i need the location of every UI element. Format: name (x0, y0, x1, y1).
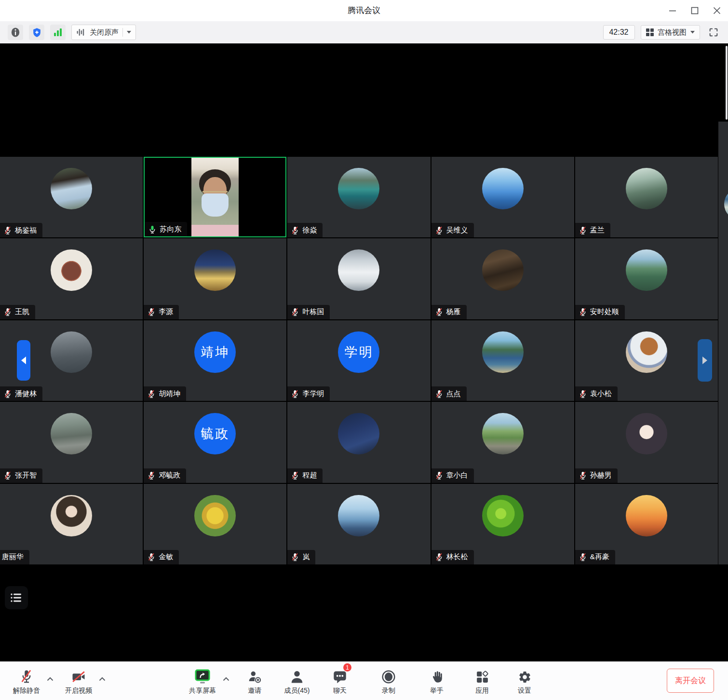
photo-avatar (626, 413, 667, 454)
name-tag: 岚 (287, 550, 315, 564)
participant-name: 程超 (302, 471, 317, 480)
name-tag: 孙赫男 (575, 468, 618, 483)
name-tag: 袁小松 (575, 386, 618, 401)
close-icon (713, 7, 721, 14)
mic-muted-icon (147, 552, 156, 562)
photo-avatar (51, 168, 92, 209)
participant-tile[interactable]: 点点 (431, 320, 574, 401)
participant-tile[interactable]: 孙赫男 (575, 402, 718, 482)
name-tag: 章小白 (431, 468, 474, 483)
participant-tile[interactable]: 李源 (144, 238, 286, 319)
meeting-info-button[interactable] (8, 25, 23, 40)
participant-tile[interactable]: 唐丽华 (0, 484, 143, 564)
photo-avatar (338, 168, 379, 209)
window-title: 腾讯会议 (0, 0, 728, 21)
close-button[interactable] (706, 0, 728, 21)
participant-name: 杨鉴福 (15, 226, 37, 235)
name-tag: 杨雁 (431, 305, 467, 319)
next-page-arrow[interactable] (698, 339, 712, 382)
mic-muted-icon (579, 307, 587, 316)
participant-name: 叶栋国 (302, 307, 324, 316)
chat-button[interactable]: 1 聊天 (321, 667, 359, 695)
mic-muted-icon (435, 471, 444, 480)
chevron-down-icon[interactable] (127, 31, 131, 34)
participant-tile[interactable]: 吴维义 (431, 157, 574, 237)
participant-name: 金敏 (159, 552, 173, 562)
participant-tile[interactable]: &再豪 (575, 484, 718, 564)
window-controls (661, 0, 728, 21)
participant-tile[interactable]: 杨雁 (431, 238, 574, 319)
fullscreen-button[interactable] (706, 25, 721, 40)
mic-muted-icon (579, 226, 587, 235)
photo-avatar (338, 249, 379, 291)
participant-tile[interactable]: 金敏 (144, 484, 286, 564)
unmute-button[interactable]: 解除静音 (7, 667, 46, 695)
record-label: 录制 (382, 686, 395, 695)
participant-tile[interactable]: 毓政 邓毓政 (144, 402, 286, 482)
participant-name: 孟兰 (590, 226, 605, 235)
unmute-label: 解除静音 (13, 686, 40, 695)
members-label: 成员(45) (284, 686, 310, 695)
photo-avatar (51, 495, 92, 536)
chat-icon (333, 670, 347, 684)
photo-avatar (482, 413, 524, 454)
start-video-button[interactable]: 开启视频 (59, 667, 98, 695)
invite-button[interactable]: 邀请 (235, 667, 274, 695)
name-tag: 苏向东 (145, 222, 187, 236)
audio-options-caret[interactable] (47, 674, 54, 683)
share-screen-button[interactable]: 共享屏幕 (183, 667, 222, 695)
participant-tile[interactable]: 徐焱 (287, 157, 430, 237)
mic-muted-icon (435, 552, 444, 562)
top-toolbar: 关闭原声 42:32 宫格视图 (0, 21, 728, 43)
signal-bars-icon (53, 27, 63, 37)
participant-tile[interactable]: 程超 (287, 402, 430, 482)
apps-button[interactable]: 应用 (463, 667, 501, 695)
participant-tile[interactable]: 安时处顺 (575, 238, 718, 319)
mic-muted-icon (579, 471, 587, 480)
maximize-button[interactable] (684, 0, 706, 21)
network-quality-button[interactable] (50, 25, 66, 40)
original-sound-button[interactable]: 关闭原声 (71, 25, 136, 40)
apps-label: 应用 (475, 686, 489, 695)
participant-tile[interactable]: 张开智 (0, 402, 143, 482)
photo-avatar (626, 249, 667, 291)
minimize-button[interactable] (661, 0, 684, 21)
members-button[interactable]: 成员(45) (278, 667, 316, 695)
security-button[interactable] (29, 25, 44, 40)
name-tag: 胡靖坤 (144, 386, 186, 401)
participant-tile[interactable]: 章小白 (431, 402, 574, 482)
raise-hand-button[interactable]: 举手 (418, 667, 456, 695)
participant-tile[interactable]: 学明 李学明 (287, 320, 430, 401)
leave-meeting-button[interactable]: 离开会议 (667, 669, 714, 693)
participant-list-toggle[interactable] (5, 586, 28, 609)
settings-button[interactable]: 设置 (505, 667, 544, 695)
participant-tile[interactable]: 靖坤 胡靖坤 (144, 320, 286, 401)
stage-scrollbar[interactable] (726, 46, 728, 120)
share-options-caret[interactable] (223, 674, 229, 683)
participant-tile[interactable]: 林长松 (431, 484, 574, 564)
previous-page-arrow[interactable] (17, 340, 30, 381)
video-options-caret[interactable] (99, 674, 106, 683)
mic-muted-icon (3, 307, 12, 316)
participant-tile[interactable]: 岚 (287, 484, 430, 564)
meeting-window: 腾讯会议 (0, 0, 728, 700)
participant-tile[interactable]: 孟兰 (575, 157, 718, 237)
video-stage: 杨鉴福 苏向东 (0, 43, 728, 661)
participant-tile[interactable]: 叶栋国 (287, 238, 430, 319)
view-mode-button[interactable]: 宫格视图 (641, 25, 701, 40)
participant-name: 张开智 (15, 471, 37, 480)
participant-tile[interactable]: 袁小松 (575, 320, 718, 401)
participant-tile[interactable]: 王凯 (0, 238, 143, 319)
participant-tile[interactable]: 苏向东 (144, 157, 286, 237)
mic-muted-icon (291, 307, 299, 316)
gear-icon (518, 670, 532, 684)
photo-avatar (482, 331, 524, 373)
record-button[interactable]: 录制 (369, 667, 408, 695)
name-tag: 张开智 (0, 468, 42, 483)
mic-muted-icon (435, 226, 444, 235)
participant-tile[interactable]: 杨鉴福 (0, 157, 143, 237)
share-screen-icon (194, 669, 211, 684)
name-tag: 林长松 (431, 550, 474, 564)
avatar-fragment (724, 188, 728, 220)
name-tag: 王凯 (0, 305, 35, 319)
